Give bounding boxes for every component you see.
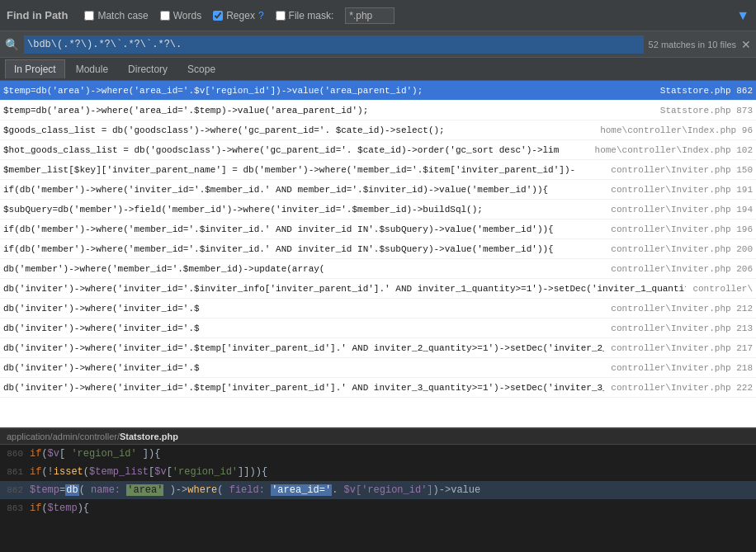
result-code: db('inviter')->where('inviter_id='.$temp… [3, 343, 604, 353]
result-row[interactable]: db('inviter')->where('inviter_id='.$temp… [0, 378, 756, 398]
filter-icon[interactable]: ▼ [736, 8, 749, 23]
file-mask-label: File mask: [289, 10, 334, 21]
tab-in-project[interactable]: In Project [5, 59, 65, 78]
regex-suffix: ? [258, 10, 264, 21]
line-code: if($temp){ [30, 502, 89, 514]
result-code: db('inviter')->where('inviter_id='.$temp… [3, 383, 604, 393]
line-code: if(!isset($temp_list[$v['region_id']])){ [30, 466, 267, 478]
search-icon[interactable]: 🔍 [5, 38, 19, 51]
result-file: controller\Inviter.php 213 [611, 323, 753, 333]
tab-scope[interactable]: Scope [178, 59, 224, 78]
match-count: 52 matches in 10 files [649, 40, 736, 50]
line-code: if($v[ 'region_id' ]){ [30, 448, 160, 460]
result-row[interactable]: $member_list[$key]['inviter_parent_name'… [0, 160, 756, 180]
line-number: 862 [0, 485, 30, 495]
regex-option[interactable]: Regex? [213, 10, 263, 21]
match-case-label: Match case [97, 10, 148, 21]
regex-checkbox[interactable] [213, 11, 223, 21]
result-code: $subQuery=db('member')->field('member_id… [3, 205, 604, 215]
result-file: controller\Inviter.php 212 [611, 304, 753, 314]
result-code: $temp=db('area')->where('area_id='.$v['r… [3, 86, 654, 96]
result-code: if(db('member')->where('member_id='.$inv… [3, 244, 604, 254]
result-row[interactable]: $subQuery=db('member')->field('member_id… [0, 200, 756, 219]
regex-label: Regex [226, 10, 255, 21]
result-row[interactable]: if(db('member')->where('member_id='.$inv… [0, 219, 756, 239]
result-row[interactable]: db('member')->where('member_id='.$member… [0, 259, 756, 279]
file-mask-option[interactable]: File mask: [276, 10, 334, 21]
result-file: controller\Inviter.php 196 [611, 224, 753, 234]
result-file: controller\Inviter.php 217 [611, 343, 753, 353]
result-row[interactable]: db('inviter')->where('inviter_id='.$cont… [0, 299, 756, 318]
result-row[interactable]: $hot_goods_class_list = db('goodsclass')… [0, 140, 756, 160]
preview-header: application/admin/controller/Statstore.p… [0, 429, 756, 445]
result-file: controller\Inviter.php 218 [611, 363, 753, 373]
find-in-path-title: Find in Path [7, 9, 68, 21]
line-number: 860 [0, 449, 30, 459]
preview-lines: 860 if($v[ 'region_id' ]){861 if(!isset(… [0, 445, 756, 517]
preview-line: 862 $temp=db( name: 'area' )->where( fie… [0, 481, 756, 499]
code-preview: application/admin/controller/Statstore.p… [0, 427, 756, 552]
file-mask-input[interactable] [345, 7, 395, 24]
result-file: controller\Inviter.php 200 [611, 244, 753, 254]
words-option[interactable]: Words [160, 10, 201, 21]
result-row[interactable]: $temp=db('area')->where('area_id='.$v['r… [0, 81, 756, 101]
search-input[interactable] [24, 35, 644, 54]
result-file: Statstore.php 862 [660, 86, 753, 96]
preview-line: 860 if($v[ 'region_id' ]){ [0, 445, 756, 463]
result-code: if(db('member')->where('inviter_id='.$me… [3, 185, 604, 195]
preview-filename: Statstore.php [120, 432, 178, 441]
result-code: $goods_class_list = db('goodsclass')->wh… [3, 125, 593, 135]
result-row[interactable]: db('inviter')->where('inviter_id='.$invi… [0, 279, 756, 299]
words-label: Words [173, 10, 201, 21]
words-checkbox[interactable] [160, 11, 170, 21]
result-row[interactable]: db('inviter')->where('inviter_id='.$temp… [0, 338, 756, 358]
toolbar: Find in Path Match case Words Regex? Fil… [0, 0, 756, 31]
tab-module[interactable]: Module [67, 59, 117, 78]
result-file: controller\Inviter.php 206 [611, 264, 753, 274]
result-file: home\controller\Index.php 102 [595, 145, 753, 155]
match-case-option[interactable]: Match case [84, 10, 148, 21]
result-code: db('inviter')->where('inviter_id='.$ [3, 363, 604, 373]
tabs-bar: In Project Module Directory Scope [0, 58, 756, 81]
result-code: $hot_goods_class_list = db('goodsclass')… [3, 145, 588, 155]
result-file: controller\Inviter.php 191 [611, 185, 753, 195]
result-code: db('inviter')->where('inviter_id='.$ [3, 323, 604, 333]
preview-line: 861 if(!isset($temp_list[$v['region_id']… [0, 463, 756, 481]
result-row[interactable]: db('inviter')->where('inviter_id='.$cont… [0, 358, 756, 378]
result-row[interactable]: $goods_class_list = db('goodsclass')->wh… [0, 120, 756, 140]
result-code: if(db('member')->where('member_id='.$inv… [3, 224, 604, 234]
result-code: $temp=db('area')->where('area_id='.$temp… [3, 106, 654, 116]
preview-path: application/admin/controller/ [7, 432, 120, 441]
line-number: 863 [0, 503, 30, 513]
preview-line: 863 if($temp){ [0, 499, 756, 517]
result-file: home\controller\Index.php 96 [600, 125, 753, 135]
result-code: db('member')->where('member_id='.$member… [3, 264, 604, 274]
result-row[interactable]: db('inviter')->where('inviter_id='.$cont… [0, 318, 756, 338]
line-code: $temp=db( name: 'area' )->where( field: … [30, 484, 480, 496]
result-code: $member_list[$key]['inviter_parent_name'… [3, 165, 604, 175]
file-mask-checkbox[interactable] [276, 11, 286, 21]
result-file: controller\ [692, 284, 753, 294]
result-row[interactable]: if(db('member')->where('inviter_id='.$me… [0, 180, 756, 200]
result-file: Statstore.php 873 [660, 106, 753, 116]
search-bar: 🔍 52 matches in 10 files ✕ [0, 31, 756, 58]
result-file: controller\Inviter.php 222 [611, 383, 753, 393]
result-code: db('inviter')->where('inviter_id='.$ [3, 304, 604, 314]
results-list: $temp=db('area')->where('area_id='.$v['r… [0, 81, 756, 427]
result-file: controller\Inviter.php 150 [611, 165, 753, 175]
result-code: db('inviter')->where('inviter_id='.$invi… [3, 284, 686, 294]
match-case-checkbox[interactable] [84, 11, 94, 21]
line-number: 861 [0, 467, 30, 477]
result-file: controller\Inviter.php 194 [611, 205, 753, 215]
result-row[interactable]: $temp=db('area')->where('area_id='.$temp… [0, 101, 756, 120]
clear-search-button[interactable]: ✕ [741, 38, 751, 51]
result-row[interactable]: if(db('member')->where('member_id='.$inv… [0, 239, 756, 259]
tab-directory[interactable]: Directory [119, 59, 177, 78]
toolbar-options: Match case Words Regex? File mask: ▼ [84, 7, 749, 24]
